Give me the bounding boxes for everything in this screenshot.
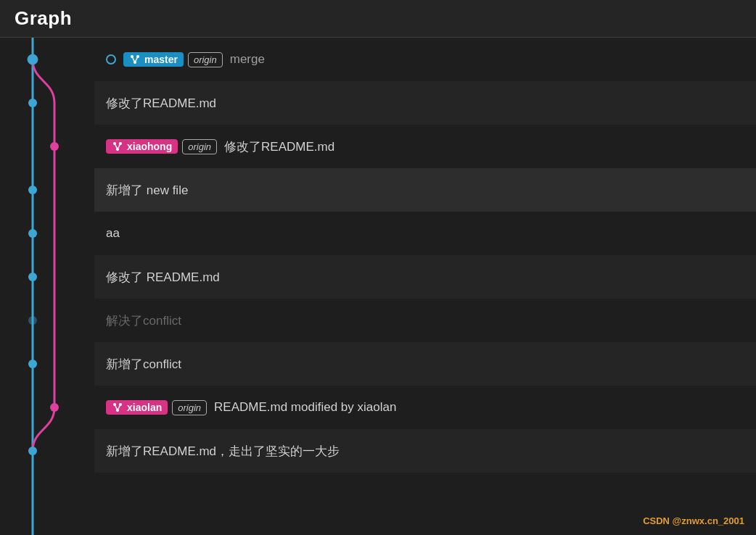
svg-line-15 <box>135 57 138 62</box>
badge-origin-xiaolan: origin <box>172 400 207 415</box>
commit-message: aa <box>106 226 120 241</box>
svg-point-10 <box>28 447 37 455</box>
svg-line-25 <box>118 405 120 410</box>
svg-line-14 <box>132 57 135 62</box>
svg-point-9 <box>50 403 59 412</box>
watermark-highlight: znwx.cn <box>681 515 718 526</box>
main-content: master origin merge 修改了README.md <box>0 38 756 535</box>
commit-row[interactable]: 新增了conflict <box>94 342 756 386</box>
svg-point-4 <box>28 186 37 194</box>
badge-xiaolan: xiaolan <box>106 400 168 415</box>
graph-svg <box>0 38 94 535</box>
git-icon <box>112 402 123 413</box>
commit-list: master origin merge 修改了README.md <box>94 38 756 535</box>
commit-circle <box>106 54 116 65</box>
badge-master: master <box>123 52 184 67</box>
commit-row[interactable]: master origin merge <box>94 38 756 81</box>
svg-point-3 <box>50 142 59 151</box>
commit-message: 新增了README.md，走出了坚实的一大步 <box>106 443 340 460</box>
commit-message: 修改了README.md <box>106 95 216 112</box>
badge-group-xiaohong: xiaohong origin <box>106 139 217 154</box>
git-icon <box>129 54 141 65</box>
header: Graph <box>0 0 756 38</box>
svg-line-24 <box>115 405 118 410</box>
commit-message: 修改了README.md <box>224 138 334 155</box>
watermark-suffix: _2001 <box>718 515 744 526</box>
commit-row[interactable]: xiaohong origin 修改了README.md <box>94 125 756 168</box>
commit-row[interactable]: 解决了conflict <box>94 299 756 342</box>
badge-origin-xiaohong: origin <box>182 139 217 154</box>
badge-group: master origin merge <box>106 52 268 67</box>
commit-message-dimmed: 解决了conflict <box>106 312 181 329</box>
svg-line-19 <box>115 144 118 149</box>
badge-merge-label: merge <box>227 52 268 67</box>
svg-line-20 <box>118 144 120 149</box>
svg-point-2 <box>28 99 37 107</box>
graph-lane <box>0 38 94 535</box>
badge-group-xiaolan: xiaolan origin <box>106 400 207 415</box>
commit-message: 新增了conflict <box>106 356 181 373</box>
commit-row[interactable]: 修改了README.md <box>94 81 756 125</box>
svg-point-5 <box>28 229 37 238</box>
commit-message: 新增了 new file <box>106 182 188 199</box>
badge-xiaohong: xiaohong <box>106 139 178 154</box>
commit-row[interactable]: 修改了 README.md <box>94 255 756 299</box>
commit-row[interactable]: xiaolan origin README.md modified by xia… <box>94 386 756 429</box>
svg-point-8 <box>28 360 37 368</box>
commit-row[interactable]: 新增了 new file <box>94 168 756 212</box>
watermark: CSDN @znwx.cn_2001 <box>643 515 744 526</box>
commit-message: README.md modified by xiaolan <box>214 400 396 415</box>
badge-origin-master: origin <box>188 52 223 67</box>
commit-message: 修改了 README.md <box>106 269 220 286</box>
watermark-prefix: CSDN @ <box>643 515 681 526</box>
svg-point-6 <box>28 273 37 281</box>
svg-point-7 <box>28 316 37 325</box>
svg-point-1 <box>28 54 38 65</box>
git-icon <box>112 141 123 152</box>
page-title: Graph <box>15 7 72 30</box>
commit-row[interactable]: 新增了README.md，走出了坚实的一大步 <box>94 429 756 473</box>
commit-row[interactable]: aa <box>94 212 756 255</box>
